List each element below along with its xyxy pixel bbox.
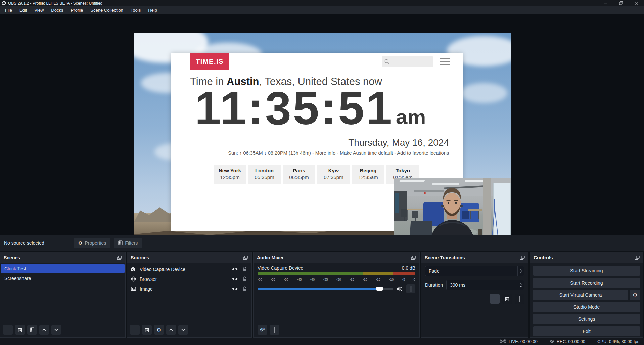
scenes-title: Scenes (4, 255, 20, 260)
menu-tools[interactable]: Tools (127, 6, 144, 14)
close-button[interactable] (629, 0, 644, 6)
spin-up-icon[interactable] (519, 283, 522, 285)
source-properties-button[interactable]: ⚙ (154, 325, 164, 335)
status-bar: LIVE: 00:00:00 REC: 00:00:00 CPU: 0.6%, … (0, 338, 644, 345)
visibility-eye-icon[interactable] (232, 277, 238, 281)
menu-file[interactable]: File (1, 6, 16, 14)
live-status: LIVE: 00:00:00 (500, 339, 538, 344)
transition-select-arrows[interactable] (517, 266, 524, 276)
start-virtual-camera-button[interactable]: Start Virtual Camera (533, 290, 628, 300)
filters-button[interactable]: Filters (114, 238, 142, 248)
popout-icon[interactable] (243, 256, 248, 260)
rec-status: REC: 00:00:00 (550, 339, 585, 344)
scenes-header[interactable]: Scenes (0, 252, 125, 263)
source-down-button[interactable] (178, 325, 188, 335)
preview-canvas[interactable]: TIME.IS Time in Austin, Texas, United St… (134, 33, 511, 245)
exit-button[interactable]: Exit (533, 326, 640, 336)
scene-filters-button[interactable] (27, 325, 37, 335)
search-icon (384, 59, 390, 64)
popout-icon[interactable] (635, 256, 640, 260)
camera-icon (131, 267, 136, 271)
scene-down-button[interactable] (51, 325, 61, 335)
start-streaming-button[interactable]: Start Streaming (533, 266, 640, 276)
controls-header[interactable]: Controls (530, 252, 643, 263)
audio-mixer-panel: Audio Mixer Video Capture Device 0.0 dB … (253, 252, 420, 338)
meter-tick-labels: -60-55-50-45-40-35-30-25-20-15-10-50 (258, 277, 415, 281)
mixer-toolbar: ⚙⚙ (258, 325, 279, 335)
timeis-clock: 11:35:51 am (195, 86, 426, 130)
volume-meter: -60-55-50-45-40-35-30-25-20-15-10-50 (258, 272, 415, 281)
add-scene-button[interactable] (3, 325, 13, 335)
remove-scene-button[interactable] (15, 325, 25, 335)
scene-item-screenshare[interactable]: Screenshare (1, 274, 125, 283)
timeis-sun-line: Sun: ↑ 06:35AM ↓ 08:20PM (13h 46m) - Mor… (228, 150, 449, 156)
transition-select[interactable]: Fade (425, 266, 524, 276)
scene-up-button[interactable] (39, 325, 49, 335)
visibility-eye-icon[interactable] (232, 287, 238, 291)
source-up-button[interactable] (166, 325, 176, 335)
no-source-selected-label: No source selected (4, 240, 44, 246)
mixer-db-value: 0.0 dB (402, 265, 415, 271)
minimize-button[interactable] (598, 0, 613, 6)
add-favorite-link: Add to favorite locations (397, 150, 449, 156)
volume-slider[interactable] (258, 288, 393, 290)
source-item-image[interactable]: Image (127, 284, 251, 294)
scenes-toolbar (3, 325, 61, 335)
menu-profile[interactable]: Profile (67, 6, 87, 14)
mixer-kebab-button[interactable] (270, 325, 279, 335)
mixer-header[interactable]: Audio Mixer (254, 252, 419, 263)
source-item-video-capture[interactable]: Video Capture Device (127, 264, 251, 274)
transition-kebab-button[interactable] (515, 294, 524, 304)
menu-view[interactable]: View (31, 6, 47, 14)
city-card: London05:35pm (248, 165, 281, 184)
virtual-camera-settings-button[interactable]: ⚙ (630, 290, 640, 300)
transitions-title: Scene Transitions (425, 255, 465, 260)
volume-slider-handle[interactable] (376, 287, 383, 291)
timeis-date: Thursday, May 16, 2024 (348, 137, 449, 148)
popout-icon[interactable] (520, 256, 525, 260)
lock-icon[interactable] (243, 276, 247, 282)
menu-help[interactable]: Help (144, 6, 161, 14)
duration-spinbox[interactable]: 300 ms (446, 280, 524, 290)
gear-icon: ⚙ (633, 292, 637, 298)
transitions-header[interactable]: Scene Transitions (421, 252, 528, 263)
stream-inactive-icon (500, 339, 506, 344)
record-inactive-icon (550, 339, 554, 344)
popout-icon[interactable] (411, 256, 416, 260)
source-item-browser[interactable]: Browser (127, 274, 251, 284)
remove-transition-button[interactable] (502, 294, 512, 304)
remove-source-button[interactable] (142, 325, 152, 335)
add-source-button[interactable] (130, 325, 140, 335)
channel-options-kebab-button[interactable] (406, 284, 415, 293)
studio-mode-button[interactable]: Studio Mode (533, 302, 640, 312)
city-card: New York12:35pm (214, 165, 246, 184)
timeis-logo: TIME.IS (190, 53, 229, 70)
restore-button[interactable] (613, 0, 629, 6)
sources-header[interactable]: Sources (127, 252, 251, 263)
advanced-audio-button[interactable]: ⚙⚙ (258, 325, 267, 335)
speaker-icon[interactable] (397, 286, 403, 291)
lock-icon[interactable] (243, 267, 247, 272)
add-transition-button[interactable] (490, 294, 500, 304)
hamburger-menu-icon (440, 58, 450, 65)
window-title: OBS 29.1.2 - Profile: LLHLS BETA - Scene… (8, 1, 102, 6)
city-card: Beijing12:35am (352, 165, 384, 184)
start-recording-button[interactable]: Start Recording (533, 278, 640, 288)
menu-docks[interactable]: Docks (47, 6, 67, 14)
obs-logo-icon (2, 1, 6, 5)
spin-down-icon[interactable] (519, 286, 522, 287)
properties-button[interactable]: ⚙ Properties (74, 238, 110, 248)
filter-icon (118, 240, 123, 245)
lock-icon[interactable] (243, 286, 247, 291)
source-toolbar: No source selected ⚙ Properties Filters (0, 235, 644, 251)
settings-button[interactable]: Settings (533, 314, 640, 324)
menu-edit[interactable]: Edit (16, 6, 31, 14)
visibility-eye-icon[interactable] (232, 267, 238, 271)
scene-item-clock-test[interactable]: Clock Test (1, 264, 125, 273)
scenes-panel: Scenes Clock Test Screenshare (0, 252, 126, 338)
popout-icon[interactable] (117, 256, 122, 260)
timeis-search-input (382, 56, 433, 67)
city-card: Paris06:35pm (283, 165, 315, 184)
timeis-city-row: New York12:35pm London05:35pm Paris06:35… (214, 165, 419, 184)
menu-scene-collection[interactable]: Scene Collection (87, 6, 127, 14)
